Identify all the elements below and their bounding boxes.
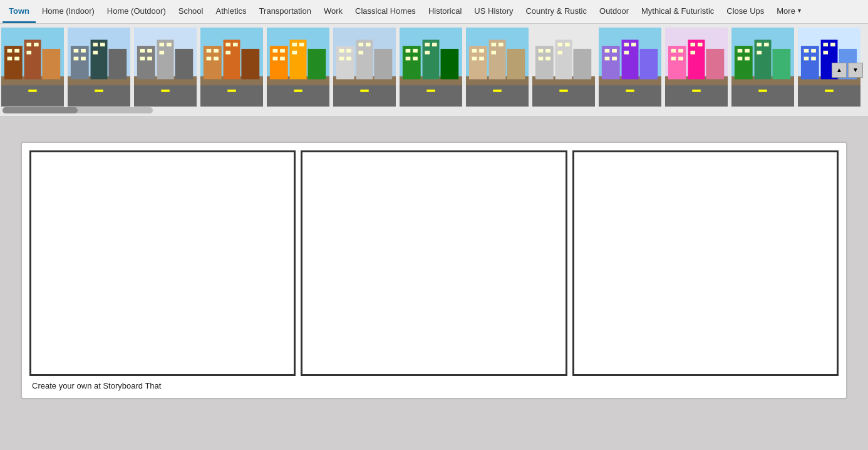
panel2-scene	[302, 152, 565, 374]
panel-2[interactable]	[301, 150, 567, 376]
strip-scrollbar[interactable]	[0, 107, 868, 113]
thumb-item-2[interactable]	[133, 26, 198, 108]
strip-arrow-down[interactable]: ▼	[848, 63, 863, 78]
thumb-canvas-4	[267, 28, 329, 107]
thumb-item-0[interactable]	[0, 26, 65, 108]
thumbnail-strip	[0, 24, 868, 110]
thumb-item-9[interactable]	[597, 26, 663, 108]
thumb-canvas-11	[731, 28, 794, 107]
panel-3[interactable]	[572, 150, 839, 376]
thumb-item-10[interactable]	[664, 26, 729, 108]
nav-item-school[interactable]: School	[172, 0, 210, 23]
nav-item-outdoor[interactable]: Outdoor	[593, 0, 635, 23]
thumb-canvas-10	[665, 28, 728, 107]
thumb-item-11[interactable]	[730, 26, 795, 108]
nav-item-town[interactable]: Town	[3, 0, 36, 23]
panels-row	[29, 150, 839, 376]
thumb-item-8[interactable]	[531, 26, 596, 108]
nav-bar: TownHome (Indoor)Home (Outdoor)SchoolAth…	[0, 0, 868, 24]
thumb-canvas-9	[599, 28, 661, 107]
nav-item-close-ups[interactable]: Close Ups	[720, 0, 770, 23]
nav-item-mythical---futuristic[interactable]: Mythical & Futuristic	[635, 0, 720, 23]
scrollbar-track[interactable]	[3, 107, 153, 113]
thumb-item-7[interactable]	[465, 26, 530, 108]
storyboard-caption: Create your own at Storyboard That	[29, 381, 839, 390]
thumb-canvas-3	[200, 28, 263, 107]
thumb-canvas-2	[134, 28, 197, 107]
thumb-canvas-1	[68, 28, 130, 107]
nav-item-more[interactable]: More	[770, 0, 809, 23]
thumb-item-5[interactable]	[332, 26, 397, 108]
main-area: Create your own at Storyboard That	[0, 117, 868, 412]
storyboard: Create your own at Storyboard That	[21, 142, 847, 399]
thumb-item-4[interactable]	[266, 26, 331, 108]
scrollbar-thumb[interactable]	[3, 107, 78, 113]
thumb-item-6[interactable]	[398, 26, 463, 108]
thumb-canvas-7	[466, 28, 529, 107]
panel-1[interactable]	[29, 150, 296, 376]
strip-arrow-up[interactable]: ▲	[832, 63, 847, 78]
nav-item-home--indoor-[interactable]: Home (Indoor)	[36, 0, 101, 23]
nav-item-athletics[interactable]: Athletics	[209, 0, 252, 23]
nav-item-work[interactable]: Work	[318, 0, 349, 23]
thumbnail-strip-container: ▲ ▼	[0, 24, 868, 117]
thumb-item-3[interactable]	[199, 26, 264, 108]
thumb-canvas-6	[400, 28, 462, 107]
nav-item-country---rustic[interactable]: Country & Rustic	[519, 0, 593, 23]
nav-item-classical-homes[interactable]: Classical Homes	[349, 0, 422, 23]
thumb-item-1[interactable]	[66, 26, 132, 108]
nav-item-historical[interactable]: Historical	[422, 0, 468, 23]
nav-item-us-history[interactable]: US History	[468, 0, 519, 23]
thumb-canvas-5	[333, 28, 396, 107]
panel1-scene	[31, 152, 294, 374]
nav-item-home--outdoor-[interactable]: Home (Outdoor)	[101, 0, 172, 23]
thumb-canvas-0	[1, 28, 64, 107]
thumb-canvas-8	[532, 28, 595, 107]
strip-arrows: ▲ ▼	[832, 63, 863, 78]
nav-item-transportation[interactable]: Transportation	[253, 0, 318, 23]
